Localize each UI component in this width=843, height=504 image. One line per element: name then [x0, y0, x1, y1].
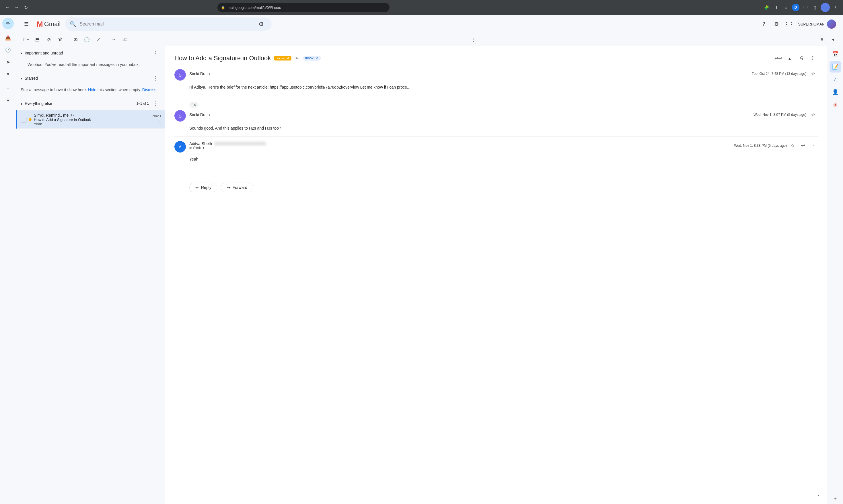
section-header-everything[interactable]: ▴ Everything else 1–1 of 1 ⋮	[16, 96, 165, 110]
expand-panel-button[interactable]: ›	[813, 490, 824, 501]
right-panel-contacts-button[interactable]: 👤	[829, 86, 841, 98]
address-bar[interactable]: 🔒 mail.google.com/mail/u/0/#inbox	[217, 3, 389, 12]
help-button[interactable]: ?	[758, 18, 770, 30]
settings-button[interactable]: ⚙	[771, 18, 782, 30]
star-msg-dismiss-link[interactable]: Dismiss.	[142, 87, 157, 92]
section-chevron-important: ▴	[21, 51, 22, 55]
star-msg-hide-link[interactable]: Hide	[88, 87, 96, 92]
select-checkbox-button[interactable]: ☐ ▾	[21, 34, 31, 45]
email-checkbox-0[interactable]	[21, 117, 27, 122]
section-more-starred[interactable]: ⋮	[151, 74, 160, 83]
msg-sender-name-2: Simki Dutta	[189, 112, 210, 117]
browser-avatar[interactable]	[821, 3, 830, 12]
msg-star-button-2[interactable]: ☆	[809, 110, 818, 119]
view-toggle-button[interactable]: ≡	[816, 34, 827, 45]
browser-actions: 🧩 ⬇ ☆ D ⋮⋮ ▯ ⋮	[763, 3, 840, 12]
section-label-important: Important and unread	[25, 51, 63, 55]
sidebar-icon[interactable]: ▯	[811, 3, 819, 12]
gmail-logo-text: Gmail	[44, 20, 60, 28]
msg-to-chevron[interactable]: ▾	[203, 146, 204, 149]
msg-avatar-2: S	[174, 110, 186, 122]
archive-button[interactable]: ⬒	[32, 34, 42, 45]
apps-button[interactable]: ⋮⋮	[783, 18, 795, 30]
msg-star-button-3[interactable]: ☆	[788, 141, 797, 150]
gmail-main: ☰ M Gmail 🔍 ⚙ ? ⚙ ⋮⋮ SUPERHUMAN	[16, 15, 843, 504]
section-label-everything: Everything else	[25, 101, 52, 106]
superhuman-label: SUPERHUMAN	[798, 22, 825, 26]
forward-button[interactable]: ↪ Forward	[221, 183, 253, 192]
back-button[interactable]: ←	[3, 3, 12, 12]
email-star-button-0[interactable]: ☆	[157, 119, 161, 125]
thread-print-button[interactable]: 🖨	[796, 53, 806, 64]
mark-unread-button[interactable]: ✉	[70, 34, 81, 45]
section-more-everything[interactable]: ⋮	[151, 99, 160, 108]
email-item-0[interactable]: Simki, Remind., me 17 How to Add a Signa…	[16, 110, 165, 129]
msg-body-text-3: Yeah	[189, 156, 818, 162]
superhuman-button[interactable]: SUPERHUMAN	[796, 18, 838, 30]
right-panel-notes-button[interactable]: 📝	[829, 61, 841, 73]
content-area: ▴ Important and unread ⋮ Woohoo! You've …	[16, 46, 843, 504]
msg-body-3: Yeah ...	[189, 156, 818, 171]
msg-reply-button-3[interactable]: ↩	[798, 141, 807, 150]
extensions-icon[interactable]: 🧩	[763, 3, 771, 12]
sidebar-icon-inbox[interactable]: 📥	[2, 32, 14, 43]
msg-more-button-3[interactable]: ⋮	[809, 141, 818, 150]
label-button[interactable]: 🏷	[120, 34, 130, 45]
right-panel-tasks-button[interactable]: ✓	[829, 74, 841, 85]
inbox-tag[interactable]: Inbox ✕	[303, 56, 321, 61]
section-header-important[interactable]: ▴ Important and unread ⋮	[16, 46, 165, 60]
section-header-starred[interactable]: ▴ Starred ⋮	[16, 71, 165, 85]
compose-button[interactable]: ✏	[2, 18, 14, 29]
section-title-everything: ▴ Everything else	[21, 101, 52, 106]
sidebar-icon-expand[interactable]: ▾	[2, 68, 14, 80]
msg-sender-name-3: Aditya Sheth	[189, 141, 212, 146]
section-more-important[interactable]: ⋮	[151, 49, 160, 58]
done-button[interactable]: ✓	[93, 34, 104, 45]
move-button[interactable]: →	[108, 34, 119, 45]
thread-reply-all-button[interactable]: ↩↩	[773, 53, 783, 64]
browser-menu-icon[interactable]: ⋮	[831, 3, 840, 12]
view-more-button[interactable]: ▾	[828, 34, 838, 45]
bookmark-icon[interactable]: ☆	[782, 3, 790, 12]
thread-navigate-up-button[interactable]: ▴	[785, 53, 795, 64]
expand-count-number: 14	[192, 103, 196, 107]
gmail-logo: M Gmail	[37, 20, 60, 29]
download-icon[interactable]: ⬇	[772, 3, 780, 12]
reply-button[interactable]: ↩ Reply	[189, 183, 217, 192]
search-bar[interactable]: 🔍 ⚙	[65, 17, 271, 31]
hamburger-menu-button[interactable]: ☰	[21, 18, 32, 30]
report-spam-button[interactable]: ⊘	[43, 34, 54, 45]
msg-avatar-3: A	[174, 141, 186, 152]
right-panel-calendar-button[interactable]: 📅	[829, 49, 841, 60]
right-panel-superhuman-button[interactable]	[829, 99, 841, 110]
toolbar: ☐ ▾ ⬒ ⊘ 🗑 ✉ 🕐 ✓ → 🏷 ⋮ ≡ ▾	[16, 33, 843, 46]
refresh-button[interactable]: ↻	[22, 3, 30, 12]
sidebar-icon-history[interactable]: 🕐	[2, 44, 14, 56]
search-input[interactable]	[80, 21, 252, 27]
delete-button[interactable]: 🗑	[55, 34, 65, 45]
reply-button-label: Reply	[201, 185, 211, 190]
right-panel-add-button[interactable]: +	[830, 494, 840, 504]
extensions-mgr-icon[interactable]: ⋮⋮	[801, 3, 809, 12]
msg-star-button-1[interactable]: ☆	[809, 69, 818, 78]
forward-button[interactable]: →	[13, 3, 21, 12]
toolbar-more-button[interactable]: ⋮	[469, 34, 479, 45]
thread-open-button[interactable]: ⤴	[807, 53, 818, 64]
thread-action-buttons: ↩↩ ▴ 🖨 ⤴	[773, 53, 818, 64]
search-filter-button[interactable]: ⚙	[256, 18, 267, 30]
profile-d-badge: D	[792, 4, 800, 11]
sidebar-icon-collapse[interactable]: ▾	[2, 95, 14, 106]
thread-subject: How to Add a Signature in Outlook	[174, 54, 271, 62]
snooze-button[interactable]: 🕐	[82, 34, 92, 45]
msg-to-3: to Simki ▾	[189, 146, 266, 150]
toolbar-separator-1	[68, 37, 68, 42]
inbox-tag-remove-button[interactable]: ✕	[315, 56, 319, 60]
sidebar-icon-add[interactable]: +	[2, 83, 14, 94]
email-importance-dot-0	[29, 118, 32, 121]
section-empty-important: Woohoo! You've read all the important me…	[16, 60, 165, 71]
browser-chrome: ← → ↻ 🔒 mail.google.com/mail/u/0/#inbox …	[0, 0, 843, 15]
inbox-tag-label: Inbox	[305, 56, 314, 60]
expand-count[interactable]: 14	[189, 102, 198, 108]
sidebar-icon-send[interactable]: ➤	[2, 56, 14, 68]
left-icon-sidebar: ✏ 📥 🕐 ➤ ▾ + ▾	[0, 15, 16, 504]
